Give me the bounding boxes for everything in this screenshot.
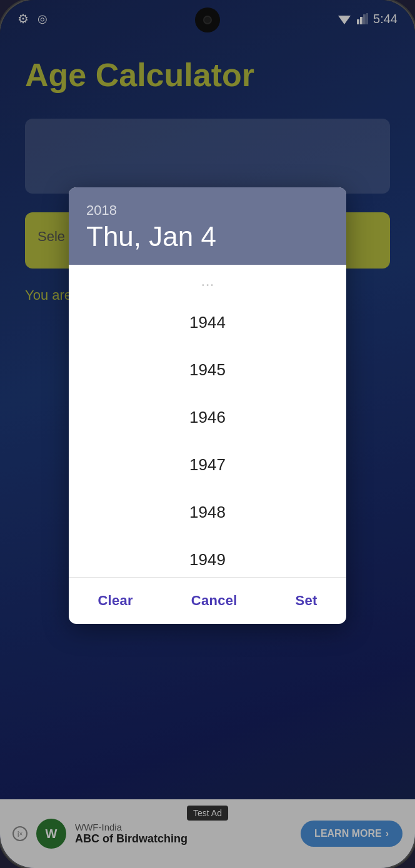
- scroll-fade: ···: [69, 265, 346, 299]
- clear-button[interactable]: Clear: [85, 586, 146, 615]
- dialog-actions: Clear Cancel Set: [69, 577, 346, 624]
- year-item-1945[interactable]: 1945: [69, 347, 346, 394]
- year-item-1944[interactable]: 1944: [69, 299, 346, 347]
- dialog-header: 2018 Thu, Jan 4: [69, 187, 346, 265]
- year-item-1948[interactable]: 1948: [69, 489, 346, 536]
- phone-screen: 5:44 Age Calculator Sele You are 2018 Th…: [0, 0, 415, 868]
- year-item-1949[interactable]: 1949: [69, 536, 346, 577]
- year-item-1947[interactable]: 1947: [69, 441, 346, 489]
- phone-frame: 5:44 Age Calculator Sele You are 2018 Th…: [0, 0, 415, 868]
- set-button[interactable]: Set: [282, 586, 329, 615]
- dialog-date: Thu, Jan 4: [86, 221, 329, 252]
- dialog-year: 2018: [86, 202, 329, 219]
- year-item-1946[interactable]: 1946: [69, 394, 346, 441]
- year-picker-list[interactable]: ··· 1944 1945 1946 1947 1948 1949 1950 1…: [69, 265, 346, 577]
- year-picker-dialog: 2018 Thu, Jan 4 ··· 1944 1945 1946 1947 …: [69, 187, 346, 624]
- cancel-button[interactable]: Cancel: [179, 586, 250, 615]
